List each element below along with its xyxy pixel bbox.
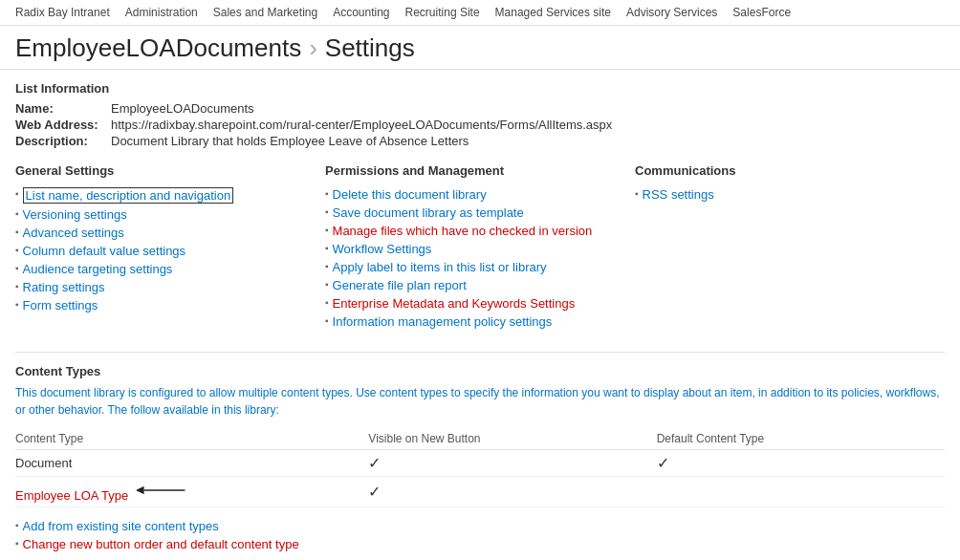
link-change-button-order[interactable]: Change new button order and default cont…	[23, 537, 299, 551]
bullet-icon: ▪	[15, 245, 19, 255]
nav-item-radix-bay[interactable]: Radix Bay Intranet	[8, 4, 118, 21]
settings-item-generate-plan: ▪Generate file plan report	[325, 278, 625, 292]
bullet-icon: ▪	[325, 315, 329, 326]
ct-row-visible: ✓	[368, 477, 656, 507]
bullet-icon: ▪	[15, 299, 19, 310]
list-info-table: Name: EmployeeLOADocuments Web Address: …	[15, 101, 945, 148]
nav-item-salesforce[interactable]: SalesForce	[725, 4, 798, 21]
content-types-table: Content Type Visible on New Button Defau…	[15, 428, 945, 507]
permissions-col: Permissions and Management ▪Delete this …	[325, 163, 635, 333]
general-settings-links: ▪List name, description and navigation▪V…	[15, 187, 316, 312]
general-settings-col: General Settings ▪List name, description…	[15, 163, 325, 333]
link-versioning[interactable]: Versioning settings	[23, 207, 127, 222]
bullet-icon: ▪	[325, 279, 329, 290]
settings-item-versioning: ▪Versioning settings	[15, 207, 316, 222]
settings-item-column-default: ▪Column default value settings	[15, 244, 316, 258]
main-content: List Information Name: EmployeeLOADocume…	[0, 70, 960, 560]
ct-row-type: Document	[15, 450, 368, 477]
ct-table-body: Document✓✓Employee LOA Type ✓	[15, 450, 945, 507]
arrow-indicator	[136, 481, 193, 500]
bottom-link-item-add-content-types: ▪Add from existing site content types	[15, 519, 945, 533]
title-separator: ›	[309, 33, 317, 63]
content-types-heading: Content Types	[15, 364, 945, 378]
nav-item-accounting[interactable]: Accounting	[325, 4, 397, 21]
link-form[interactable]: Form settings	[23, 298, 98, 312]
nav-item-managed-services[interactable]: Managed Services site	[488, 4, 619, 21]
ct-row-default	[657, 477, 945, 507]
list-info-desc-value: Document Library that holds Employee Lea…	[111, 134, 469, 148]
list-info-heading: List Information	[15, 81, 945, 96]
bullet-icon: ▪	[325, 243, 329, 253]
ct-table-row: Document✓✓	[15, 450, 945, 477]
settings-item-save-template: ▪Save document library as template	[325, 205, 625, 220]
bottom-links-container: ▪Add from existing site content types▪Ch…	[15, 519, 945, 551]
ct-link-employee-loa[interactable]: Employee LOA Type	[15, 488, 128, 503]
list-info-web-label: Web Address:	[15, 118, 111, 132]
ct-row-type[interactable]: Employee LOA Type	[15, 477, 368, 507]
page-title-bar: EmployeeLOADocuments › Settings	[0, 26, 960, 70]
checkmark-icon: ✓	[657, 455, 669, 471]
list-info-web-row: Web Address: https://radixbay.sharepoint…	[15, 118, 945, 132]
ct-row-default: ✓	[657, 450, 945, 477]
link-delete-library[interactable]: Delete this document library	[333, 187, 487, 202]
page-title-sub: Settings	[325, 33, 415, 63]
link-rss[interactable]: RSS settings	[643, 187, 714, 202]
link-manage-files[interactable]: Manage files which have no checked in ve…	[333, 224, 593, 238]
ct-header-visible: Visible on New Button	[368, 428, 656, 450]
list-info-web-value: https://radixbay.sharepoint.com/rural-ce…	[111, 118, 612, 132]
settings-columns: General Settings ▪List name, description…	[15, 163, 945, 333]
page-title: EmployeeLOADocuments › Settings	[15, 33, 945, 63]
ct-header-default: Default Content Type	[657, 428, 945, 450]
bullet-icon: ▪	[15, 263, 19, 273]
bottom-links: ▪Add from existing site content types▪Ch…	[15, 519, 945, 551]
settings-item-audience-targeting: ▪Audience targeting settings	[15, 262, 316, 276]
link-audience-targeting[interactable]: Audience targeting settings	[23, 262, 173, 276]
settings-item-workflow: ▪Workflow Settings	[325, 242, 625, 256]
svg-marker-1	[136, 486, 144, 495]
link-save-template[interactable]: Save document library as template	[333, 205, 524, 220]
checkmark-icon: ✓	[368, 484, 381, 500]
general-settings-heading: General Settings	[15, 163, 316, 178]
permissions-heading: Permissions and Management	[325, 163, 625, 178]
nav-item-administration[interactable]: Administration	[118, 4, 206, 21]
nav-item-sales-marketing[interactable]: Sales and Marketing	[206, 4, 325, 21]
link-info-management[interactable]: Information management policy settings	[333, 314, 553, 329]
link-generate-plan[interactable]: Generate file plan report	[333, 278, 467, 292]
content-types-section: Content Types This document library is c…	[15, 352, 945, 551]
content-types-desc: This document library is configured to a…	[15, 384, 945, 419]
settings-item-list-name-nav: ▪List name, description and navigation	[15, 187, 316, 204]
list-info-desc-row: Description: Document Library that holds…	[15, 134, 945, 148]
ct-table-header: Content Type Visible on New Button Defau…	[15, 428, 945, 450]
link-list-name-nav[interactable]: List name, description and navigation	[23, 187, 234, 204]
nav-item-advisory[interactable]: Advisory Services	[619, 4, 725, 21]
link-advanced[interactable]: Advanced settings	[23, 226, 124, 240]
settings-item-enterprise-metadata: ▪Enterprise Metadata and Keywords Settin…	[325, 296, 625, 311]
link-enterprise-metadata[interactable]: Enterprise Metadata and Keywords Setting…	[333, 296, 576, 311]
bullet-icon: ▪	[635, 188, 639, 199]
communications-links: ▪RSS settings	[635, 187, 935, 202]
bullet-icon: ▪	[15, 538, 19, 549]
ct-table-row: Employee LOA Type ✓	[15, 477, 945, 507]
link-apply-label[interactable]: Apply label to items in this list or lib…	[333, 260, 547, 274]
top-navigation: (function() { const data = JSON.parse(do…	[0, 0, 960, 26]
link-workflow[interactable]: Workflow Settings	[333, 242, 432, 256]
communications-col: Communications ▪RSS settings	[635, 163, 945, 333]
list-info-name-row: Name: EmployeeLOADocuments	[15, 101, 945, 116]
settings-item-info-management: ▪Information management policy settings	[325, 314, 625, 329]
link-rating[interactable]: Rating settings	[23, 280, 105, 294]
communications-heading: Communications	[635, 163, 935, 178]
bullet-icon: ▪	[15, 281, 19, 291]
link-add-content-types[interactable]: Add from existing site content types	[23, 519, 219, 533]
settings-item-form: ▪Form settings	[15, 298, 316, 312]
link-column-default[interactable]: Column default value settings	[23, 244, 186, 258]
settings-item-advanced: ▪Advanced settings	[15, 226, 316, 240]
bullet-icon: ▪	[325, 188, 329, 199]
bullet-icon: ▪	[325, 206, 329, 217]
settings-item-rss: ▪RSS settings	[635, 187, 935, 202]
bullet-icon: ▪	[325, 261, 329, 271]
settings-item-manage-files: ▪Manage files which have no checked in v…	[325, 224, 625, 238]
permissions-links: ▪Delete this document library▪Save docum…	[325, 187, 625, 329]
nav-item-recruiting[interactable]: Recruiting Site	[398, 4, 488, 21]
bullet-icon: ▪	[15, 520, 19, 530]
settings-item-apply-label: ▪Apply label to items in this list or li…	[325, 260, 625, 274]
